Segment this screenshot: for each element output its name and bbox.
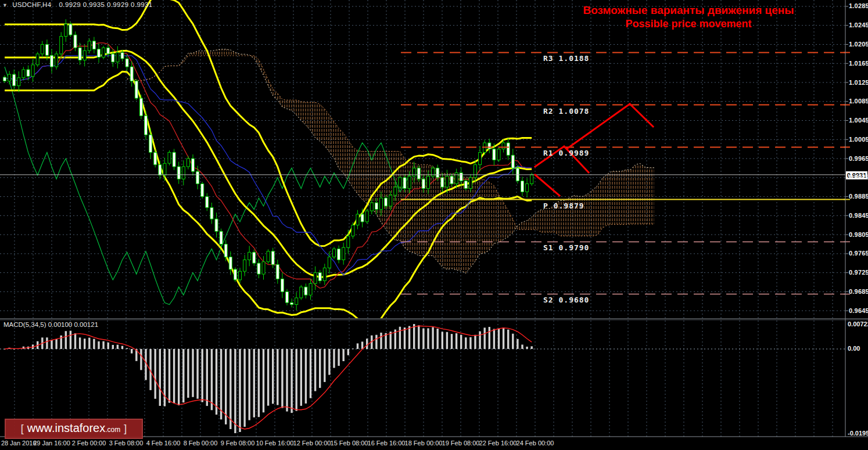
watermark-bracket-left: [ [21,423,24,434]
forecast-path-3[interactable] [567,104,653,149]
forecast-path-1[interactable] [535,175,559,196]
main-panel[interactable] [3,0,654,325]
chikou-span-line [5,67,410,305]
ichimoku-cloud [127,49,654,273]
chart-canvas[interactable] [0,0,868,450]
chart-window: ▼ USDCHF,H4 0.9929 0.9935 0.9929 0.9931 … [0,0,868,450]
macd-panel[interactable] [0,324,845,433]
watermark-url: www.instaforex [27,422,106,434]
instaforex-watermark[interactable]: [www.instaforex.com] [5,419,143,439]
watermark-bracket-right: ] [124,423,127,434]
forecast-path-2[interactable] [535,146,589,172]
watermark-url-suffix: .com [105,426,120,434]
